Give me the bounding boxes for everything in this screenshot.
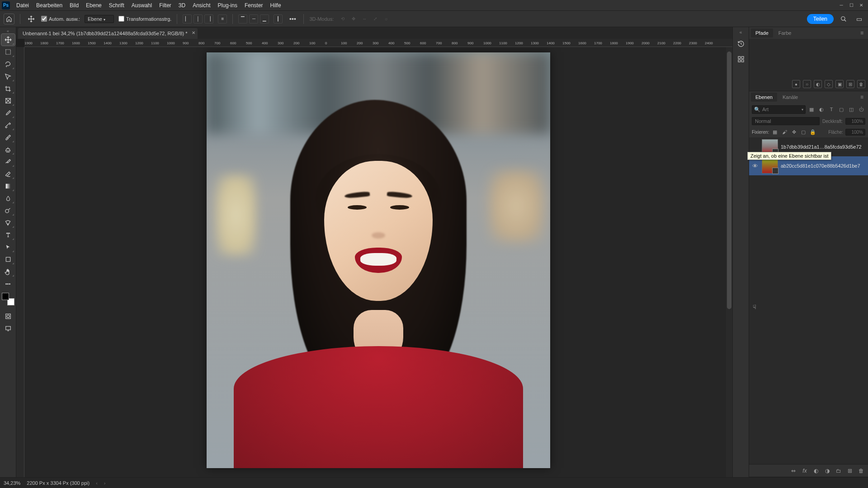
chevron-down-icon[interactable]: ▾ — [802, 108, 803, 112]
workspace-switcher-button[interactable]: ▭ — [854, 14, 864, 24]
hand-tool[interactable] — [1, 266, 15, 277]
3d-slide-icon[interactable]: ↔ — [360, 14, 369, 23]
menu-auswahl[interactable]: Auswahl — [128, 1, 156, 10]
filter-shape-icon[interactable]: ▢ — [837, 105, 845, 113]
lock-nested-icon[interactable]: ▢ — [800, 128, 807, 136]
eraser-tool[interactable] — [1, 168, 15, 180]
type-tool[interactable] — [1, 229, 15, 241]
menu-ansicht[interactable]: Ansicht — [189, 1, 214, 10]
tab-pfade[interactable]: Pfade — [751, 28, 773, 38]
3d-scale-icon[interactable]: ⤢ — [371, 14, 380, 23]
3d-orbit-icon[interactable]: ⟲ — [338, 14, 347, 23]
home-button[interactable] — [4, 14, 14, 24]
share-button[interactable]: Teilen — [807, 14, 834, 24]
layer-name[interactable]: 1b7dbb39dd21a1…8a5fcda93d5e72 — [781, 144, 866, 150]
path-selection-tool[interactable] — [1, 241, 15, 253]
menu-3d[interactable]: 3D — [175, 1, 189, 10]
menu-bild[interactable]: Bild — [66, 1, 82, 10]
menu-schrift[interactable]: Schrift — [105, 1, 128, 10]
canvas[interactable] — [207, 52, 550, 468]
rectangle-tool[interactable] — [1, 253, 15, 265]
lock-transparency-icon[interactable]: ▦ — [771, 128, 778, 136]
menu-datei[interactable]: Datei — [13, 1, 33, 10]
healing-brush-tool[interactable] — [1, 119, 15, 131]
move-tool-icon[interactable] — [26, 14, 37, 24]
dodge-tool[interactable] — [1, 205, 15, 216]
history-brush-tool[interactable] — [1, 156, 15, 168]
filter-adjust-icon[interactable]: ◐ — [817, 105, 826, 113]
auto-select-checkbox[interactable]: Autom. ausw.: — [41, 16, 80, 22]
filter-type-icon[interactable]: T — [827, 105, 835, 113]
prop-shape-icon[interactable]: ◇ — [825, 80, 833, 88]
frame-tool[interactable] — [1, 95, 15, 107]
panel-menu-icon[interactable]: ≡ — [858, 30, 866, 36]
align-right-button[interactable]: ▕ — [204, 14, 213, 23]
menu-filter[interactable]: Filter — [156, 1, 175, 10]
toolbar-collapse-icon[interactable]: « — [7, 29, 9, 33]
filter-smart-icon[interactable]: ◫ — [847, 105, 855, 113]
transform-controls-checkbox[interactable]: Transformationsstrg. — [118, 16, 171, 22]
lasso-tool[interactable] — [1, 58, 15, 70]
prop-mask-icon[interactable]: ◐ — [814, 80, 822, 88]
close-tab-icon[interactable]: ✕ — [192, 30, 195, 35]
layer-fx-icon[interactable]: fx — [801, 467, 809, 475]
prop-stroke-icon[interactable]: ○ — [803, 80, 811, 88]
auto-select-target[interactable]: Ebene ▾ — [85, 15, 114, 23]
prop-fill-icon[interactable]: ● — [792, 80, 800, 88]
more-tools-button[interactable]: ••• — [1, 278, 15, 290]
layer-name[interactable]: ab20cc5d81e1c070e88b5426d1be7 — [781, 163, 866, 169]
new-layer-icon[interactable]: ⊞ — [846, 467, 854, 475]
fill-value[interactable]: 100% — [845, 129, 865, 136]
distribute-button[interactable]: ≡ — [218, 14, 227, 23]
prop-new-icon[interactable]: ▣ — [835, 80, 844, 88]
quick-selection-tool[interactable] — [1, 70, 15, 82]
panel-expand-icon[interactable]: « — [736, 30, 746, 35]
lock-image-icon[interactable]: 🖌 — [781, 128, 788, 136]
ruler-vertical[interactable] — [16, 47, 24, 477]
blend-mode-select[interactable]: Normal — [752, 117, 820, 125]
filter-image-icon[interactable]: ▦ — [807, 105, 816, 113]
3d-light-icon[interactable]: ☼ — [382, 14, 391, 23]
status-nav-right[interactable]: › — [104, 480, 106, 486]
layers-panel-menu-icon[interactable]: ≡ — [858, 94, 866, 100]
clone-stamp-tool[interactable] — [1, 144, 15, 155]
pen-tool[interactable] — [1, 217, 15, 229]
canvas-scrollbar-vertical[interactable] — [726, 47, 732, 477]
more-options-button[interactable]: ••• — [287, 14, 298, 24]
search-button[interactable] — [838, 14, 849, 24]
align-top-button[interactable]: ▔ — [238, 14, 247, 23]
canvas-area[interactable] — [24, 47, 732, 477]
lock-all-icon[interactable]: 🔒 — [809, 128, 816, 136]
swatches-panel-icon[interactable] — [735, 53, 747, 66]
menu-ebene[interactable]: Ebene — [82, 1, 105, 10]
crop-tool[interactable] — [1, 83, 15, 94]
prop-add-icon[interactable]: ⊞ — [846, 80, 854, 88]
new-group-icon[interactable]: 🗀 — [835, 467, 843, 475]
window-close-button[interactable]: ✕ — [856, 1, 866, 10]
layer-visibility-toggle[interactable]: ☟ — [751, 296, 759, 304]
layer-thumbnail[interactable] — [762, 158, 778, 174]
move-tool[interactable] — [1, 34, 15, 46]
document-tab[interactable]: Unbenannt-1 bei 34,2% (1b7dbb39dd21a1244… — [18, 28, 198, 39]
tab-kanaele[interactable]: Kanäle — [778, 93, 802, 102]
layer-visibility-toggle[interactable]: 👁 — [751, 162, 759, 170]
eyedropper-tool[interactable] — [1, 107, 15, 119]
align-bottom-button[interactable]: ▁ — [260, 14, 269, 23]
status-nav-left[interactable]: ‹ — [96, 480, 98, 486]
add-mask-icon[interactable]: ◐ — [812, 467, 820, 475]
3d-pan-icon[interactable]: ✥ — [349, 14, 358, 23]
window-maximize-button[interactable]: ☐ — [846, 1, 856, 10]
tab-farbe[interactable]: Farbe — [774, 28, 796, 38]
align-center-h-button[interactable]: │ — [193, 14, 203, 23]
filter-toggle-icon[interactable]: ⏻ — [857, 105, 865, 113]
zoom-level[interactable]: 34,23% — [4, 480, 20, 486]
layers-filter-input[interactable] — [762, 107, 800, 112]
layers-filter-search[interactable]: 🔍 ▾ — [752, 105, 806, 114]
screen-mode-button[interactable] — [1, 323, 15, 334]
brush-tool[interactable] — [1, 131, 15, 143]
align-more-button[interactable]: ┃ — [274, 14, 283, 23]
delete-layer-icon[interactable]: 🗑 — [857, 467, 865, 475]
opacity-value[interactable]: 100% — [845, 118, 865, 125]
foreground-background-colors[interactable] — [2, 293, 14, 305]
align-center-v-button[interactable]: ─ — [249, 14, 258, 23]
